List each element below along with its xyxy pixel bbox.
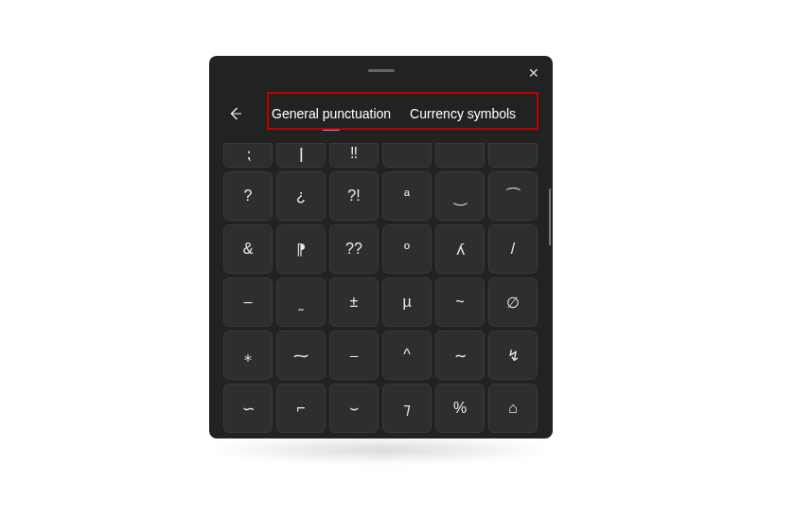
symbol-key[interactable]: ¿ — [276, 171, 326, 221]
symbol-key[interactable]: ª — [382, 171, 432, 221]
symbol-key[interactable] — [382, 143, 432, 168]
symbol-key[interactable]: ^ — [382, 331, 432, 380]
symbol-key[interactable]: ∽ — [223, 384, 273, 433]
symbol-grid-partial-row: ⁏ ǀ ‼ — [223, 143, 545, 168]
back-button[interactable] — [219, 97, 253, 131]
symbol-key[interactable]: ⌂ — [488, 384, 538, 433]
symbol-key[interactable]: % — [435, 384, 485, 433]
symbol-key[interactable]: ⁋ — [276, 224, 326, 274]
scrollbar-thumb[interactable] — [549, 188, 551, 245]
symbol-key[interactable]: ⁊ — [382, 384, 432, 433]
symbol-key[interactable]: & — [223, 224, 273, 274]
symbol-key[interactable]: ǀ — [276, 143, 326, 168]
symbol-key[interactable]: / — [488, 224, 538, 274]
symbol-key[interactable]: ‼ — [329, 143, 379, 168]
symbol-key[interactable]: ⌐ — [276, 384, 326, 433]
symbol-key[interactable]: ? — [223, 171, 273, 221]
symbol-key[interactable]: ⁏ — [223, 143, 273, 168]
symbol-key[interactable]: ~ — [435, 277, 485, 327]
symbols-panel: ✕ General punctuation Currency symbols ⁏… — [209, 56, 553, 438]
symbol-key[interactable] — [435, 143, 485, 168]
symbol-key[interactable]: ‒ — [329, 331, 379, 380]
symbol-key[interactable]: ˷ — [276, 277, 326, 327]
symbol-grid-container: ⁏ ǀ ‼ ? ¿ ?! ª ‿ ⁀ & ⁋ ?? º ʎ / – ˷ ± µ … — [223, 143, 545, 436]
close-button[interactable]: ✕ — [521, 62, 547, 84]
symbol-key[interactable]: ↯ — [488, 331, 538, 380]
symbol-key[interactable]: ‿ — [435, 171, 485, 221]
tab-general-punctuation[interactable]: General punctuation — [272, 100, 391, 127]
symbol-key[interactable]: ?! — [329, 171, 379, 221]
symbol-key[interactable] — [488, 143, 538, 168]
symbol-key[interactable]: ⌣ — [329, 384, 379, 433]
symbol-grid: ? ¿ ?! ª ‿ ⁀ & ⁋ ?? º ʎ / – ˷ ± µ ~ ∅ ⁎ … — [223, 171, 545, 433]
close-icon: ✕ — [528, 65, 539, 81]
symbol-key[interactable]: ± — [329, 277, 379, 327]
panel-shadow — [206, 436, 556, 464]
tab-currency-symbols[interactable]: Currency symbols — [410, 100, 516, 127]
back-arrow-icon — [227, 105, 244, 122]
drag-handle[interactable] — [368, 69, 395, 72]
symbol-key[interactable]: ʎ — [435, 224, 485, 274]
symbol-key[interactable]: – — [223, 277, 273, 327]
symbol-key[interactable]: ⁎ — [223, 331, 273, 380]
symbol-key[interactable]: ?? — [329, 224, 379, 274]
symbol-key[interactable]: º — [382, 224, 432, 274]
symbol-key[interactable]: ⁀ — [488, 171, 538, 221]
symbol-key[interactable]: ∼ — [435, 331, 485, 380]
symbol-key[interactable]: ∅ — [488, 277, 538, 327]
tabs: General punctuation Currency symbols — [272, 100, 516, 127]
header: General punctuation Currency symbols — [209, 86, 553, 141]
symbol-key[interactable]: ⁓ — [276, 331, 326, 380]
symbol-key[interactable]: µ — [382, 277, 432, 327]
titlebar: ✕ — [209, 56, 553, 86]
